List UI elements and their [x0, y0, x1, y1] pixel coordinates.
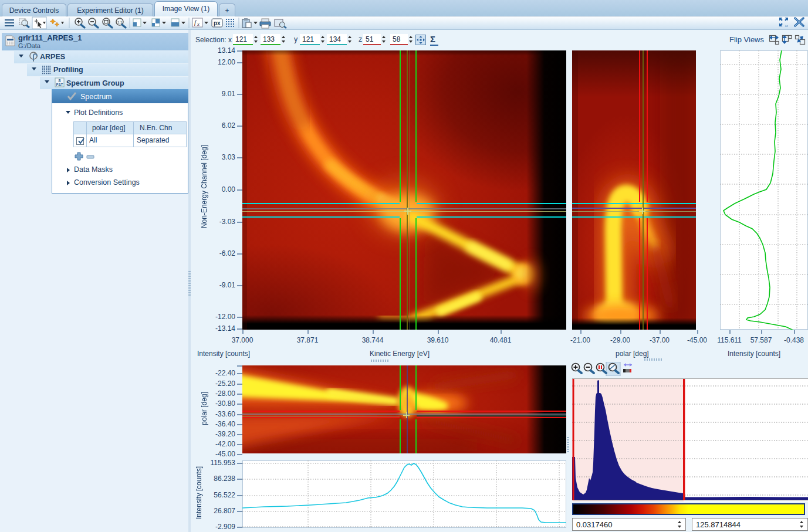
svg-text:x: x [197, 21, 200, 27]
svg-text:px: px [214, 20, 221, 26]
svg-text:1:1: 1:1 [117, 21, 123, 24]
svg-text:8: 8 [59, 79, 61, 83]
svg-text:FAT: FAT [56, 83, 63, 87]
